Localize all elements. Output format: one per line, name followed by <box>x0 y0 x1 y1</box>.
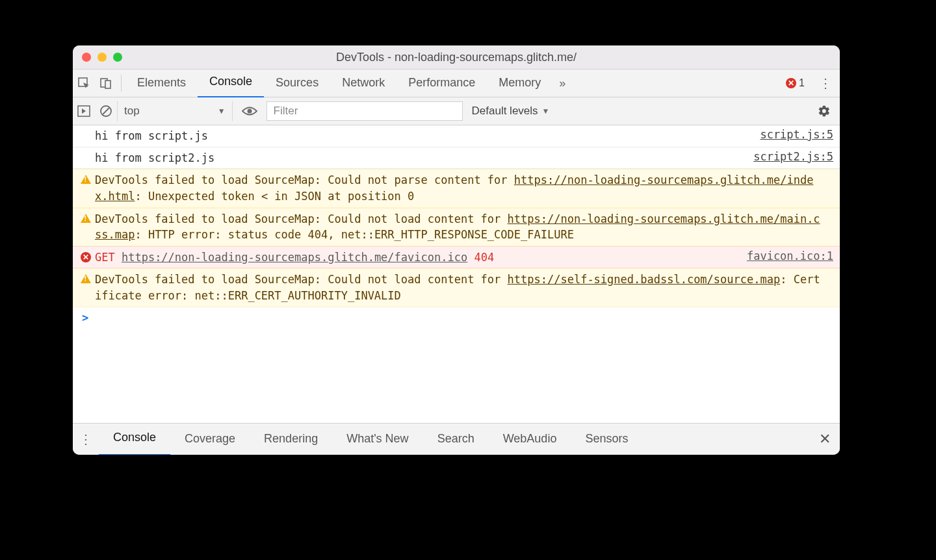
drawer-tab-webaudio[interactable]: WebAudio <box>489 423 571 454</box>
svg-rect-2 <box>105 81 110 88</box>
tab-elements[interactable]: Elements <box>125 69 198 96</box>
message-link[interactable]: https://self-signed.badssl.com/source.ma… <box>508 273 781 286</box>
console-log-row: hi from script2.jsscript2.js:5 <box>73 147 840 170</box>
drawer-tab-coverage[interactable]: Coverage <box>170 423 250 454</box>
levels-label: Default levels <box>472 105 538 118</box>
error-count: 1 <box>799 77 805 89</box>
warning-icon <box>81 214 91 223</box>
message-text: GET https://non-loading-sourcemaps.glitc… <box>95 249 738 266</box>
message-link[interactable]: https://non-loading-sourcemaps.glitch.me… <box>122 251 467 264</box>
console-warn-row: DevTools failed to load SourceMap: Could… <box>73 268 840 307</box>
svg-line-5 <box>103 108 109 114</box>
drawer: ⋮ ConsoleCoverageRenderingWhat's NewSear… <box>73 423 840 455</box>
drawer-tab-rendering[interactable]: Rendering <box>250 423 332 454</box>
context-label: top <box>124 105 140 118</box>
minimize-window-button[interactable] <box>98 53 107 62</box>
toggle-sidebar-icon[interactable] <box>73 105 95 117</box>
drawer-tab-search[interactable]: Search <box>423 423 489 454</box>
console-toolbar: top ▼ Default levels ▼ <box>73 97 840 125</box>
error-icon: ✕ <box>786 78 796 88</box>
zoom-window-button[interactable] <box>113 53 122 62</box>
tab-sources[interactable]: Sources <box>264 69 330 96</box>
prompt-chevron-icon: > <box>79 311 88 324</box>
execution-context-select[interactable]: top ▼ <box>117 101 233 121</box>
console-warn-row: DevTools failed to load SourceMap: Could… <box>73 208 840 246</box>
overflow-tabs-button[interactable]: » <box>552 77 572 90</box>
console-log-row: hi from script.jsscript.js:5 <box>73 125 840 147</box>
message-link[interactable]: https://non-loading-sourcemaps.glitch.me… <box>95 173 813 203</box>
message-text: DevTools failed to load SourceMap: Could… <box>95 272 824 303</box>
live-expressions-icon[interactable] <box>233 106 266 116</box>
filter-input[interactable] <box>266 101 463 121</box>
error-count-badge[interactable]: ✕ 1 <box>779 77 811 89</box>
console-warn-row: DevTools failed to load SourceMap: Could… <box>73 169 840 207</box>
clear-console-icon[interactable] <box>95 105 117 118</box>
message-link[interactable]: https://non-loading-sourcemaps.glitch.me… <box>95 212 820 242</box>
console-err-row: ✕GET https://non-loading-sourcemaps.glit… <box>73 246 840 269</box>
inspect-element-icon[interactable] <box>73 70 95 97</box>
message-source[interactable]: script.js:5 <box>751 128 833 141</box>
drawer-menu-button[interactable]: ⋮ <box>73 431 99 447</box>
tab-memory[interactable]: Memory <box>487 69 552 96</box>
message-text: hi from script2.js <box>95 150 744 166</box>
error-icon: ✕ <box>81 252 91 262</box>
drawer-tab-sensors[interactable]: Sensors <box>571 423 642 454</box>
tab-network[interactable]: Network <box>330 69 396 96</box>
message-text: hi from script.js <box>95 128 751 144</box>
console-messages: hi from script.jsscript.js:5hi from scri… <box>73 125 840 423</box>
message-text: DevTools failed to load SourceMap: Could… <box>95 172 824 204</box>
main-tabs: ElementsConsoleSourcesNetworkPerformance… <box>125 69 552 98</box>
separator <box>121 75 122 92</box>
titlebar: DevTools - non-loading-sourcemaps.glitch… <box>73 45 840 70</box>
warning-icon <box>81 175 91 184</box>
warning-icon <box>81 274 91 283</box>
message-source[interactable]: favicon.ico:1 <box>738 249 833 262</box>
chevron-down-icon: ▼ <box>218 107 226 116</box>
close-drawer-button[interactable]: ✕ <box>810 431 840 448</box>
window-title: DevTools - non-loading-sourcemaps.glitch… <box>73 51 840 64</box>
drawer-tabs: ConsoleCoverageRenderingWhat's NewSearch… <box>99 423 642 455</box>
log-levels-select[interactable]: Default levels ▼ <box>463 105 559 118</box>
chevron-down-icon: ▼ <box>542 107 550 116</box>
tab-console[interactable]: Console <box>198 69 264 98</box>
drawer-tab-what-s-new[interactable]: What's New <box>332 423 422 454</box>
svg-point-6 <box>247 109 252 114</box>
close-window-button[interactable] <box>82 53 91 62</box>
console-settings-icon[interactable] <box>809 105 840 118</box>
settings-menu-button[interactable]: ⋮ <box>811 75 840 91</box>
tab-performance[interactable]: Performance <box>396 69 487 96</box>
console-prompt[interactable]: > <box>73 307 840 328</box>
traffic-lights <box>73 53 122 62</box>
main-toolbar: ElementsConsoleSourcesNetworkPerformance… <box>73 70 840 97</box>
message-text: DevTools failed to load SourceMap: Could… <box>95 211 824 243</box>
device-toolbar-icon[interactable] <box>95 70 117 97</box>
message-source[interactable]: script2.js:5 <box>744 150 833 163</box>
drawer-tab-console[interactable]: Console <box>99 423 170 455</box>
devtools-window: DevTools - non-loading-sourcemaps.glitch… <box>73 45 840 455</box>
